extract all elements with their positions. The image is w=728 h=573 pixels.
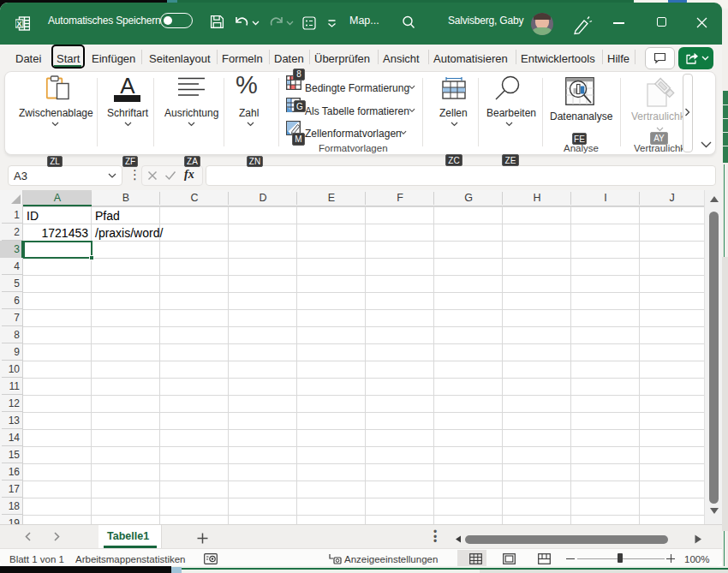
- svg-text:X: X: [16, 20, 21, 28]
